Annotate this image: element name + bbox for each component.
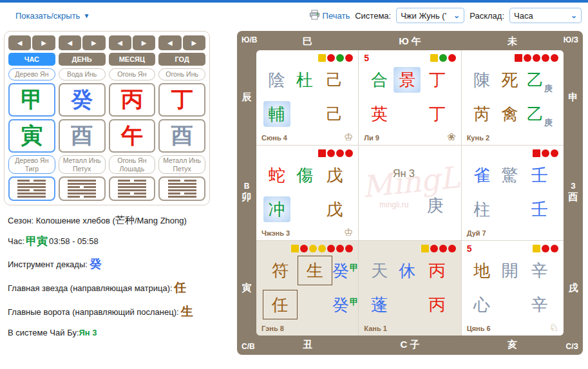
prev-day-button[interactable]: ◀ — [59, 35, 81, 50]
next-month-button[interactable]: ▶ — [133, 35, 155, 50]
element-label-hour: Дерево Ян — [8, 68, 55, 80]
layout-select[interactable]: Часа ⌄ — [509, 8, 582, 23]
hexagram-line — [168, 193, 196, 194]
edge-label-top-1: 巳 — [303, 35, 312, 48]
system-select-value: Чжи Жунь (' — [401, 11, 446, 21]
stem-box-hour: 甲 — [8, 83, 55, 117]
glyph-辛: 辛 — [531, 262, 548, 279]
hexagram-month[interactable] — [109, 176, 156, 201]
edge-label-bottom-1: 丑 — [303, 339, 312, 351]
tab-hour[interactable]: ЧАС — [8, 53, 55, 66]
qimen-board: 陰杜己輔己Сюнь 4♔5合景丁英丁Ли 9❀陳死乙庚芮禽乙庚Кунь 2蛇傷戊… — [237, 31, 583, 355]
boxed-glyph-任[interactable]: 任 — [263, 290, 298, 319]
glyph-天: 天 — [371, 262, 388, 279]
info-segment: 生 — [181, 303, 193, 320]
print-label: Печать — [323, 11, 350, 21]
palace-qian-6[interactable]: 5地開辛心辛Цянь 6♘ — [462, 241, 564, 336]
palace-content: 地開辛心辛 — [468, 254, 556, 321]
branch-box-month: 午 — [109, 119, 156, 153]
stem-annotation: 庚 — [544, 118, 553, 127]
tab-year[interactable]: ГОД — [158, 53, 205, 66]
tab-month[interactable]: МЕСЯЦ — [109, 53, 156, 66]
indicator-circle-red — [542, 54, 549, 62]
glyph-戊: 戊 — [326, 201, 343, 218]
topbar: Показать/скрыть ▼ Печать Система: Чжи Жу… — [0, 3, 588, 28]
next-hour-button[interactable]: ▶ — [32, 35, 55, 50]
prev-hour-button[interactable]: ◀ — [8, 35, 31, 50]
branch-box-day: 酉 — [59, 119, 106, 153]
hexagram-year[interactable] — [158, 176, 205, 201]
edge-label-bottom-4: С/З — [565, 342, 578, 351]
chevron-down-icon: ⌄ — [571, 11, 577, 20]
palace-content: 符生癸甲任癸甲 — [263, 254, 350, 321]
boxed-glyph-生[interactable]: 生 — [298, 256, 332, 285]
info-segment: 甲寅 — [26, 234, 48, 249]
chevron-down-icon: ▼ — [83, 12, 90, 19]
indicator-dots — [533, 245, 558, 252]
system-select[interactable]: Чжи Жунь (' ⌄ — [396, 8, 464, 23]
palace-label: Дуй 7 — [467, 229, 486, 237]
palace-dui-7[interactable]: 雀驚壬柱壬Дуй 7 — [462, 146, 564, 240]
indicator-circle-red — [327, 54, 335, 62]
animal-label-year: Металл ИньПетух — [158, 155, 205, 174]
hexagram-line — [118, 183, 146, 185]
show-hide-toggle[interactable]: Показать/скрыть ▼ — [15, 11, 90, 21]
indicator-circle-red — [300, 245, 308, 252]
palace-kan-1[interactable]: 天休丙蓬丙Кань 1 — [359, 241, 460, 336]
indicator-circle-red — [551, 245, 558, 252]
palace-kun-2[interactable]: 陳死乙庚芮禽乙庚Кунь 2 — [462, 50, 564, 145]
palace-content: 雀驚壬柱壬 — [468, 158, 556, 226]
next-day-button[interactable]: ▶ — [82, 35, 105, 50]
flower-icon: ❀ — [447, 131, 455, 143]
info-segment: 芒种 — [115, 214, 135, 227]
layout-select-value: Часа — [514, 11, 533, 21]
palace-li-9[interactable]: 5合景丁英丁Ли 9❀ — [359, 50, 460, 145]
palace-content: 陰杜己輔己 — [263, 63, 350, 131]
indicator-square-red — [515, 54, 522, 62]
pillars-panel: ◀▶ЧАСДерево Ян甲寅Дерево ЯнТигр◀▶ДЕНЬВода … — [4, 31, 210, 205]
system-label: Система: — [355, 11, 391, 21]
info-segment: В системе Чай Бу: — [8, 328, 79, 337]
next-year-button[interactable]: ▶ — [183, 35, 205, 50]
glyph-陳: 陳 — [473, 71, 490, 88]
glyph-心: 心 — [473, 296, 490, 313]
print-button[interactable]: Печать — [309, 10, 350, 22]
hexagram-hour[interactable] — [8, 176, 55, 201]
glyph-己: 己 — [326, 71, 343, 88]
edge-label-left-0: 辰 — [242, 91, 252, 104]
palace-grid: 陰杜己輔己Сюнь 4♔5合景丁英丁Ли 9❀陳死乙庚芮禽乙庚Кунь 2蛇傷戊… — [256, 50, 564, 336]
glyph-癸: 癸甲 — [332, 296, 358, 313]
glyph-芮: 芮 — [473, 106, 490, 122]
indicator-dots — [430, 54, 456, 62]
stem-box-month: 丙 — [109, 83, 156, 117]
prev-year-button[interactable]: ◀ — [158, 35, 181, 50]
palace-content: 陳死乙庚芮禽乙庚 — [468, 63, 556, 131]
palace-content: 天休丙蓬丙 — [365, 254, 453, 321]
info-line-5: Главные ворота (направляющий посланец): … — [8, 303, 210, 320]
indicator-circle-red — [439, 245, 447, 252]
pillar-column-hour: ◀▶ЧАСДерево Ян甲寅Дерево ЯнТигр — [8, 35, 55, 201]
pillar-column-year: ◀▶ГОДОгонь Инь丁酉Металл ИньПетух — [158, 35, 205, 201]
palace-gen-8[interactable]: 符生癸甲任癸甲Гэнь 8 — [256, 241, 358, 336]
highlighted-glyph-冲[interactable]: 冲 — [263, 196, 290, 222]
indicator-dots — [318, 149, 353, 157]
hexagram-line — [68, 180, 96, 182]
prev-month-button[interactable]: ◀ — [109, 35, 131, 50]
glyph-壬: 壬 — [531, 167, 548, 184]
highlighted-glyph-景[interactable]: 景 — [394, 67, 421, 93]
stem-annotation: 甲 — [350, 298, 358, 306]
element-label-day: Вода Инь — [59, 68, 106, 80]
show-hide-label: Показать/скрыть — [15, 11, 80, 21]
hexagram-day[interactable] — [59, 176, 106, 201]
palace-label: Гэнь 8 — [261, 325, 284, 332]
palace-zhen-3[interactable]: 蛇傷戊冲戊Чжэнь 3♔ — [256, 146, 358, 240]
tab-day[interactable]: ДЕНЬ — [59, 53, 106, 66]
glyph-蛇: 蛇 — [269, 167, 285, 184]
indicator-square-yellow — [421, 245, 429, 252]
glyph-陰: 陰 — [269, 71, 285, 88]
edge-label-right-1: З酉 — [569, 182, 578, 203]
highlighted-glyph-輔[interactable]: 輔 — [263, 101, 290, 127]
palace-xun-4[interactable]: 陰杜己輔己Сюнь 4♔ — [256, 50, 358, 145]
chevron-down-icon: ⌄ — [453, 11, 460, 20]
glyph-戊: 戊 — [326, 167, 343, 184]
